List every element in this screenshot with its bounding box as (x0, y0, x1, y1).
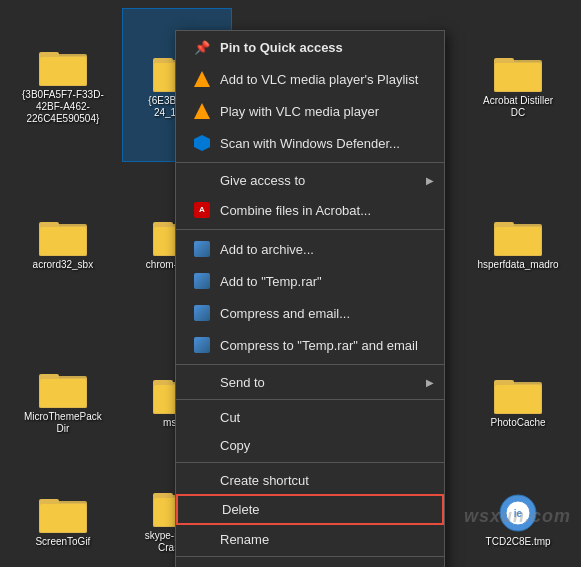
menu-item-create-shortcut[interactable]: Create shortcut (176, 466, 444, 494)
menu-icon-vlc-play (192, 101, 212, 121)
menu-separator (176, 462, 444, 463)
vlc-icon (194, 71, 210, 87)
folder-label: hsperfdata_madro (478, 259, 559, 271)
menu-item-cut[interactable]: Cut (176, 403, 444, 431)
menu-item-compress-email[interactable]: Compress and email... (176, 297, 444, 329)
menu-item-delete[interactable]: Delete (176, 494, 444, 525)
menu-item-add-archive[interactable]: Add to archive... (176, 233, 444, 265)
menu-icon-add-temp-rar (192, 271, 212, 291)
desktop: {3B0FA5F7-F33D-42BF-A462-226C4E590504} {… (0, 0, 581, 567)
menu-item-vlc-play[interactable]: Play with VLC media player (176, 95, 444, 127)
menu-item-label: Pin to Quick access (220, 40, 343, 55)
menu-item-label: Combine files in Acrobat... (220, 203, 371, 218)
menu-icon-combine: A (192, 200, 212, 220)
menu-icon-defender (192, 133, 212, 153)
menu-item-defender[interactable]: Scan with Windows Defender... (176, 127, 444, 159)
folder-icon (39, 216, 87, 256)
menu-item-label: Scan with Windows Defender... (220, 136, 400, 151)
menu-item-send-to[interactable]: Send to (176, 368, 444, 396)
folder-item[interactable]: Acrobat Distiller DC (463, 8, 573, 162)
menu-item-label: Add to "Temp.rar" (220, 274, 322, 289)
menu-icon-compress-temp-email (192, 335, 212, 355)
menu-item-label: Create shortcut (220, 473, 309, 488)
folder-item[interactable]: PhotoCache (463, 324, 573, 478)
folder-label: MicroThemePack Dir (20, 411, 105, 435)
svg-rect-43 (40, 379, 86, 407)
folder-icon (39, 46, 87, 86)
menu-item-label: Send to (220, 375, 265, 390)
folder-icon (494, 374, 542, 414)
menu-separator (176, 399, 444, 400)
menu-item-label: Compress to "Temp.rar" and email (220, 338, 418, 353)
svg-rect-23 (40, 227, 86, 255)
svg-rect-39 (495, 227, 541, 255)
menu-separator (176, 556, 444, 557)
menu-item-label: Copy (220, 438, 250, 453)
menu-item-pin[interactable]: 📌Pin to Quick access (176, 31, 444, 63)
menu-icon-pin: 📌 (192, 37, 212, 57)
folder-item[interactable]: MicroThemePack Dir (8, 324, 118, 478)
menu-icon-add-archive (192, 239, 212, 259)
menu-item-compress-temp-email[interactable]: Compress to "Temp.rar" and email (176, 329, 444, 361)
menu-item-label: Add to VLC media player's Playlist (220, 72, 418, 87)
folder-item[interactable]: acrord32_sbx (8, 166, 118, 320)
folder-icon (494, 52, 542, 92)
menu-separator (176, 229, 444, 230)
winrar-icon (194, 305, 210, 321)
menu-item-label: Give access to (220, 173, 305, 188)
menu-item-combine[interactable]: ACombine files in Acrobat... (176, 194, 444, 226)
folder-item[interactable]: ScreenToGif (8, 482, 118, 559)
svg-rect-3 (40, 57, 86, 85)
menu-item-label: Cut (220, 410, 240, 425)
menu-item-add-temp-rar[interactable]: Add to "Temp.rar" (176, 265, 444, 297)
menu-item-label: Rename (220, 532, 269, 547)
menu-separator (176, 364, 444, 365)
menu-icon-compress-email (192, 303, 212, 323)
folder-label: {3B0FA5F7-F33D-42BF-A462-226C4E590504} (20, 89, 105, 125)
folder-label: PhotoCache (491, 417, 546, 429)
menu-icon-vlc-playlist (192, 69, 212, 89)
folder-label: TCD2C8E.tmp (486, 536, 551, 548)
menu-item-label: Add to archive... (220, 242, 314, 257)
folder-icon (494, 216, 542, 256)
menu-item-properties[interactable]: Properties (176, 560, 444, 567)
svg-rect-63 (40, 504, 86, 532)
menu-item-vlc-playlist[interactable]: Add to VLC media player's Playlist (176, 63, 444, 95)
watermark: wsxun.com (464, 506, 571, 527)
folder-item[interactable]: hsperfdata_madro (463, 166, 573, 320)
svg-rect-59 (495, 385, 541, 413)
folder-label: ScreenToGif (35, 536, 90, 548)
winrar-icon (194, 337, 210, 353)
pin-icon: 📌 (194, 40, 210, 55)
menu-item-give-access[interactable]: Give access to (176, 166, 444, 194)
menu-item-label: Delete (222, 502, 260, 517)
svg-rect-19 (495, 63, 541, 91)
folder-label: Acrobat Distiller DC (476, 95, 561, 119)
menu-item-copy[interactable]: Copy (176, 431, 444, 459)
menu-item-rename[interactable]: Rename (176, 525, 444, 553)
defender-icon (194, 135, 210, 151)
folder-item[interactable]: {3B0FA5F7-F33D-42BF-A462-226C4E590504} (8, 8, 118, 162)
winrar-icon (194, 273, 210, 289)
acrobat-icon: A (194, 202, 210, 218)
folder-icon (39, 368, 87, 408)
menu-separator (176, 162, 444, 163)
vlc-icon (194, 103, 210, 119)
menu-item-label: Compress and email... (220, 306, 350, 321)
context-menu: 📌Pin to Quick accessAdd to VLC media pla… (175, 30, 445, 567)
menu-item-label: Play with VLC media player (220, 104, 379, 119)
winrar-icon (194, 241, 210, 257)
folder-label: acrord32_sbx (33, 259, 94, 271)
folder-icon (39, 493, 87, 533)
